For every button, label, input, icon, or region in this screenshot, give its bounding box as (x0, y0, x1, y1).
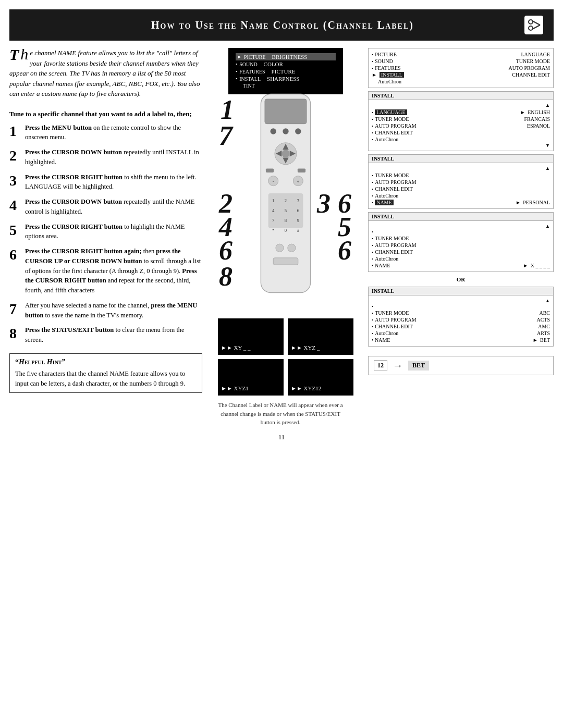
menu-screenshot-top: ► PICTURE BRIGHTNESS • SOUND COLOR • FEA… (228, 48, 343, 94)
tune-instruction: Tune to a specific channel that you want… (9, 109, 202, 119)
svg-point-1 (529, 26, 533, 30)
step-text-3: Press the CURSOR RIGHT button to shift t… (25, 172, 202, 192)
panel3-tuner: •TUNER MODE (372, 172, 550, 179)
caption-text: The Channel Label or NAME will appear wh… (218, 401, 343, 427)
svg-text:4: 4 (272, 208, 275, 213)
svg-rect-35 (266, 168, 274, 172)
step-text-7: After you have selected a name for the c… (25, 301, 202, 320)
page-title: How to Use the Name Control (Channel Lab… (41, 19, 524, 31)
screenshot-xyz1: ►► XYZ1 (218, 359, 284, 396)
panel-install-name: INSTALL ▲ •TUNER MODE •AUTO PROGRAM •CHA… (368, 154, 554, 209)
panel3-header: INSTALL (369, 155, 553, 163)
big-num-7: 7 (219, 120, 232, 151)
panel3-up-arrow: ▲ (372, 166, 550, 172)
menu-item-picture: ► PICTURE BRIGHTNESS (236, 53, 336, 60)
channel-name: BET (408, 361, 429, 371)
step-num-3: 3 (9, 172, 21, 192)
screenshot-xyz1-label: ►► XYZ1 (221, 385, 280, 391)
panel4-bullet: • (372, 229, 550, 235)
svg-line-2 (532, 21, 540, 25)
screenshot-xyz: ►► XYZ _ (288, 318, 353, 355)
svg-text:#: # (297, 228, 300, 233)
panel1-install: ►INSTALL CHANNEL EDIT (372, 71, 550, 78)
svg-text:*: * (272, 228, 274, 233)
step-1: 1 Press the MENU button on the remote co… (9, 123, 202, 143)
step-6: 6 Press the CURSOR RIGHT button again; t… (9, 246, 202, 295)
svg-rect-34 (273, 258, 298, 265)
svg-text:8: 8 (285, 218, 287, 223)
big-num-8: 8 (219, 261, 232, 292)
svg-point-32 (276, 244, 284, 252)
channel-label-box: 12 → BET (368, 356, 554, 375)
header-icon-box (524, 16, 543, 34)
panel4-channel: •CHANNEL EDIT (372, 249, 550, 255)
screenshot-xy: ►► XY _ _ (218, 318, 284, 355)
panel4-auto: •AUTO PROGRAM (372, 242, 550, 249)
step-text-5: Press the CURSOR RIGHT button to highlig… (25, 222, 202, 242)
panel4-autochron: •AutoChron (372, 255, 550, 262)
step-2: 2 Press the CURSOR DOWN button repeatedl… (9, 147, 202, 167)
step-num-4: 4 (9, 197, 21, 217)
step-7: 7 After you have selected a name for the… (9, 301, 202, 320)
page-header: How to Use the Name Control (Channel Lab… (9, 9, 554, 41)
panel4-tuner: •TUNER MODE (372, 235, 550, 242)
step-num-2: 2 (9, 147, 21, 167)
svg-point-33 (288, 244, 296, 252)
svg-text:5: 5 (285, 208, 287, 213)
intro-text: The channel NAME feature allows you to l… (9, 41, 202, 104)
svg-text:1: 1 (272, 198, 274, 203)
left-column: The channel NAME feature allows you to l… (9, 41, 207, 427)
channel-number: 12 (374, 360, 387, 371)
panel5-up-arrow: ▲ (372, 298, 550, 303)
panel5-name: • NAME ► BET (372, 337, 550, 343)
panel1-features: •FEATURES AUTO PROGRAM (372, 65, 550, 71)
panel1-sound: •SOUND TUNER MODE (372, 58, 550, 65)
menu-item-features: • FEATURES PICTURE (236, 68, 336, 75)
svg-text:-: - (273, 179, 274, 184)
panel1-autochron: AutoChron (372, 78, 550, 85)
step-num-8: 8 (9, 325, 21, 345)
panel3-autochron: •AutoChron (372, 192, 550, 199)
screenshot-xyz12-label: ►► XYZ12 (291, 385, 350, 391)
svg-text:3: 3 (297, 198, 299, 203)
panel2-channel: •CHANNEL EDIT (372, 129, 550, 136)
svg-point-14 (282, 150, 289, 157)
middle-column: ► PICTURE BRIGHTNESS • SOUND COLOR • FEA… (207, 41, 364, 427)
menu-item-install: • INSTALL SHARPNESS (236, 75, 336, 82)
svg-text:6: 6 (297, 208, 300, 213)
remote-control-area: 1 7 2 4 6 8 6 5 6 3 (218, 89, 353, 308)
panel5-autochron: •AutoChron ARTS (372, 330, 550, 337)
svg-text:9: 9 (297, 218, 299, 223)
panel2-language: •LANGUAGE ► ENGLISH (372, 109, 550, 116)
svg-text:2: 2 (285, 198, 287, 203)
panel-install-name-list: INSTALL ▲ • •TUNER MODE ABC •AUTO PROGRA… (368, 287, 554, 347)
hint-box: “Helpful Hint” The five characters that … (9, 353, 202, 393)
panel1-picture: •PICTURE LANGUAGE (372, 51, 550, 58)
screenshot-xyz-label: ►► XYZ _ (291, 344, 350, 351)
panel4-name: • NAME ► X _ _ _ _ (372, 262, 550, 269)
right-column: •PICTURE LANGUAGE •SOUND TUNER MODE •FEA… (364, 41, 554, 427)
svg-text:7: 7 (272, 218, 275, 223)
steps-container: 1 Press the MENU button on the remote co… (9, 123, 202, 345)
step-8: 8 Press the STATUS/EXIT button to clear … (9, 325, 202, 345)
panel3-name: •NAME ► PERSONAL (372, 199, 550, 206)
step-text-4: Press the CURSOR DOWN button repeatedly … (25, 197, 202, 217)
svg-line-3 (532, 25, 540, 29)
step-num-7: 7 (9, 301, 21, 320)
panel-main-menu: •PICTURE LANGUAGE •SOUND TUNER MODE •FEA… (368, 48, 554, 88)
menu-item-tint: TINT (236, 82, 336, 89)
panel3-auto: •AUTO PROGRAM (372, 179, 550, 186)
step-4: 4 Press the CURSOR DOWN button repeatedl… (9, 197, 202, 217)
svg-rect-36 (298, 168, 305, 172)
screenshot-xyz12: ►► XYZ12 (288, 359, 353, 396)
panel4-up-arrow: ▲ (372, 224, 550, 229)
panel2-auto: •AUTO PROGRAM ESPANOL (372, 122, 550, 129)
panel-install-language: INSTALL ▲ •LANGUAGE ► ENGLISH •TUNER MOD… (368, 91, 554, 151)
panel2-tuner: •TUNER MODE FRANCAIS (372, 116, 550, 122)
panel5-tuner: •TUNER MODE ABC (372, 310, 550, 316)
hint-text: The five characters that the channel NAM… (15, 369, 197, 389)
big-num-3: 3 (317, 188, 331, 219)
panel5-auto: •AUTO PROGRAM ACTS (372, 316, 550, 323)
svg-point-7 (283, 128, 288, 134)
step-3: 3 Press the CURSOR RIGHT button to shift… (9, 172, 202, 192)
